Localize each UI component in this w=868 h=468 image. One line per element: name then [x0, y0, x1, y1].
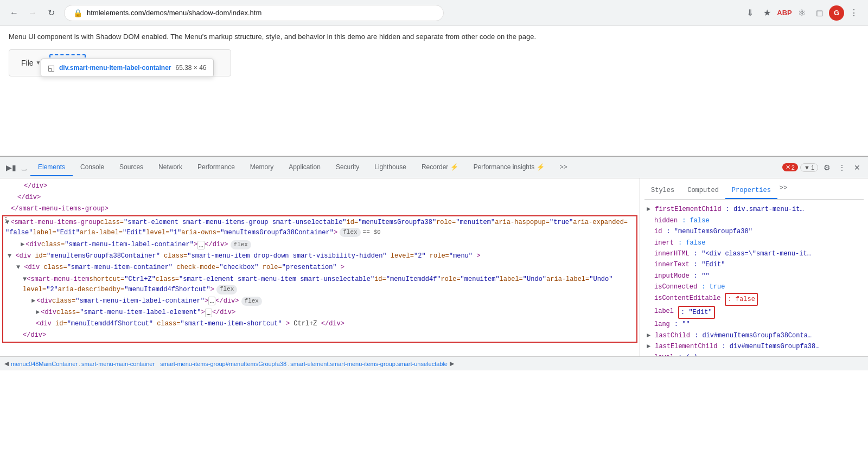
dom-line-inner-container[interactable]: ▼ <div class="smart-menu-item-container"… — [3, 262, 636, 273]
devtools-breadcrumb: ◀ menuc048MainContainer . smart-menu-mai… — [0, 356, 868, 370]
dom-line: </div> — [0, 181, 640, 192]
dollar-zero: == $0 — [363, 228, 381, 238]
prop-input-mode: inputMode : "" — [644, 271, 864, 281]
extensions-button[interactable]: ⚛ — [794, 5, 809, 21]
page-area: Menu UI component is with Shadow DOM ena… — [0, 26, 868, 156]
menu-button[interactable]: ⋮ — [846, 5, 861, 21]
dom-line-close: </div> — [3, 330, 636, 341]
nav-buttons: ← → ↻ — [7, 5, 59, 21]
prop-label: label : "Edit" — [644, 306, 864, 319]
dom-panel[interactable]: </div> </div> </smart-menu-items-group> … — [0, 178, 640, 356]
forward-button[interactable]: → — [25, 5, 40, 21]
tab-sources[interactable]: Sources — [112, 159, 151, 176]
breadcrumb-scroll-right[interactable]: ▶ — [450, 360, 454, 367]
window-button[interactable]: ◻ — [812, 5, 827, 21]
dom-line: </smart-menu-items-group> — [0, 203, 640, 215]
expand-ellipsis-3[interactable]: … — [205, 309, 212, 317]
tab-elements[interactable]: Elements — [30, 159, 73, 176]
dom-line-menu-container-id[interactable]: ▼ <div id="menuItemsGroupfa38Container" … — [3, 251, 636, 262]
element-tooltip: ◱ div.smart-menu-item-label-container 65… — [41, 59, 214, 77]
profile-button[interactable]: G — [829, 5, 844, 21]
prop-id: id : "menuItemsGroupfa38" — [644, 226, 864, 237]
tab-performance-insights[interactable]: Performance insights ⚡ — [466, 159, 552, 176]
warning-badge: ▼ 1 — [800, 163, 818, 172]
styles-tab-more[interactable]: >> — [780, 183, 787, 199]
tab-properties[interactable]: Properties — [725, 183, 777, 199]
tab-memory[interactable]: Memory — [242, 159, 281, 176]
dom-line-label-element[interactable]: ► <div class="smart-menu-item-label-elem… — [3, 307, 636, 318]
devtools-body: </div> </div> </smart-menu-items-group> … — [0, 178, 868, 356]
tab-lighthouse[interactable]: Lighthouse — [367, 159, 414, 176]
browser-chrome: ← → ↻ 🔒 htmlelements.com/demos/menu/shad… — [0, 0, 868, 26]
flex-badge-4: flex — [241, 297, 262, 306]
devtools-panel: ▶▮ ⎵ Elements Console Sources Network Pe… — [0, 156, 868, 370]
properties-list: ► firstElementChild : div.smart-menu-it…… — [644, 204, 864, 356]
highlighted-dom-section: ▼ <smart-menu-items-group class="smart-e… — [2, 215, 637, 343]
breadcrumb-expand-icon[interactable]: ◀ — [4, 360, 9, 367]
prop-last-child: ► lastChild : div#menuItemsGroupfa38Cont… — [644, 330, 864, 341]
adblock-icon[interactable]: ABP — [777, 5, 792, 21]
dom-line: </div> — [0, 192, 640, 203]
dom-line-smart-menu-group[interactable]: ▼ <smart-menu-items-group class="smart-e… — [3, 216, 636, 239]
address-text: htmlelements.com/demos/menu/shadow-dom/i… — [87, 9, 435, 17]
expand-icon[interactable]: ► — [21, 240, 24, 250]
prop-is-connected: isConnected : true — [644, 281, 864, 292]
prop-label-value-highlighted: : "Edit" — [678, 306, 715, 319]
downloads-button[interactable]: ⇓ — [742, 5, 757, 21]
tooltip-size: 65.38 × 46 — [175, 64, 206, 72]
tab-more[interactable]: >> — [552, 159, 575, 176]
tab-performance[interactable]: Performance — [190, 159, 242, 176]
tab-styles[interactable]: Styles — [644, 183, 681, 199]
flex-badge: flex — [340, 228, 360, 238]
prop-level: level : (…) — [644, 352, 864, 356]
inspect-tool-button[interactable]: ▶▮ — [4, 161, 17, 174]
styles-tabs: Styles Computed Properties >> — [644, 183, 864, 200]
prop-value-highlighted: : false — [725, 293, 757, 306]
tab-network[interactable]: Network — [151, 159, 190, 176]
dom-line-label-container-inner[interactable]: ► <div class="smart-menu-item-label-cont… — [3, 296, 636, 307]
prop-inner-html: innerHTML : "<div class=\"smart-menu-it… — [644, 248, 864, 259]
flex-badge-2: flex — [231, 240, 251, 250]
error-badge: ✕ 2 — [782, 163, 798, 171]
breadcrumb-item-2[interactable]: smart-menu-main-container — [81, 361, 155, 367]
prop-lang: lang : "" — [644, 319, 864, 330]
devtools-close-button[interactable]: ✕ — [851, 161, 864, 174]
tooltip-label: div.smart-menu-item-label-container — [59, 64, 171, 72]
devtools-more-button[interactable]: ⋮ — [835, 161, 848, 174]
expand-ellipsis-2[interactable]: … — [208, 297, 215, 305]
tab-application[interactable]: Application — [281, 159, 328, 176]
prop-inert: inert : false — [644, 238, 864, 248]
reload-button[interactable]: ↻ — [43, 5, 59, 21]
breadcrumb-sep-3: . — [288, 361, 289, 367]
file-arrow-icon: ▼ — [36, 60, 41, 66]
tab-console[interactable]: Console — [73, 159, 112, 176]
toolbar-icons: ⇓ ★ ABP ⚛ ◻ G ⋮ — [742, 5, 861, 21]
prop-is-content-editable: isContentEditable : false — [644, 293, 864, 306]
devtools-tab-icons: ✕ 2 ▼ 1 ⚙ ⋮ ✕ — [782, 161, 864, 174]
breadcrumb-sep-2 — [156, 361, 159, 367]
prop-inner-text: innerText : "Edit" — [644, 259, 864, 270]
dom-line-label-container[interactable]: ► <div class="smart-menu-item-label-cont… — [3, 239, 636, 251]
breadcrumb-sep-1: . — [79, 361, 80, 367]
address-bar[interactable]: 🔒 htmlelements.com/demos/menu/shadow-dom… — [64, 5, 444, 21]
page-description: Menu UI component is with Shadow DOM ena… — [9, 31, 859, 43]
breadcrumb-item-4[interactable]: smart-element.smart-menu-items-group.sma… — [290, 361, 448, 367]
file-label: File — [21, 59, 34, 67]
tooltip-icon: ◱ — [48, 63, 55, 72]
back-button[interactable]: ← — [7, 5, 22, 21]
dom-line-shortcut[interactable]: <div id="menuItemdd4fShortcut" class="sm… — [3, 318, 636, 330]
dot-indicator: ⋮ — [2, 214, 10, 226]
styles-panel: Styles Computed Properties >> ► firstEle… — [640, 178, 868, 356]
breadcrumb-item-1[interactable]: menuc048MainContainer — [11, 361, 78, 367]
lock-icon: 🔒 — [73, 9, 82, 17]
dom-line-smart-menu-item[interactable]: ▼ <smart-menu-item shortcut="Ctrl+Z" cla… — [3, 274, 636, 296]
expand-ellipsis-button[interactable]: … — [197, 241, 205, 249]
tab-recorder[interactable]: Recorder ⚡ — [414, 159, 466, 176]
breadcrumb-item-3[interactable]: smart-menu-items-group#menuItemsGroupfa3… — [160, 361, 286, 367]
tab-security[interactable]: Security — [328, 159, 367, 176]
prop-last-element-child: ► lastElementChild : div#menuItemsGroupf… — [644, 341, 864, 352]
devtools-settings-button[interactable]: ⚙ — [820, 161, 833, 174]
bookmark-button[interactable]: ★ — [760, 5, 775, 21]
tab-computed[interactable]: Computed — [681, 183, 725, 199]
device-toolbar-button[interactable]: ⎵ — [17, 161, 30, 174]
